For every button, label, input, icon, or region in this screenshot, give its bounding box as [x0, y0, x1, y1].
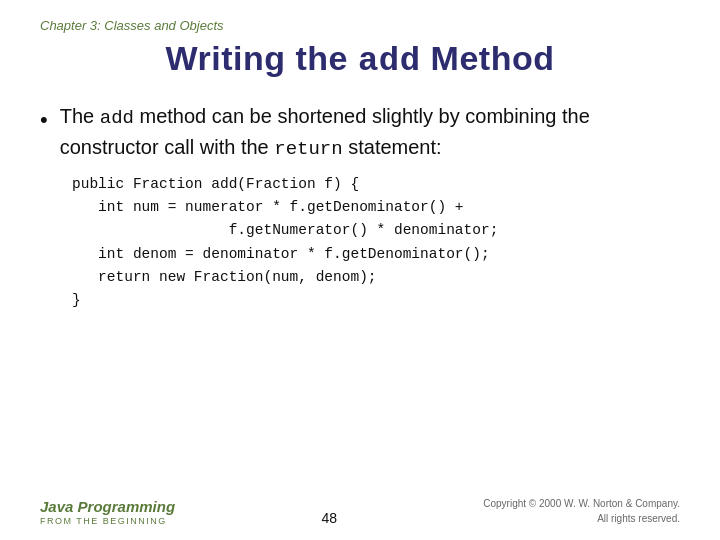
bullet-dot: •: [40, 104, 48, 136]
footer-brand: Java Programming FROM THE BEGINNING: [40, 498, 175, 526]
code-block: public Fraction add(Fraction f) { int nu…: [72, 173, 680, 312]
slide-title: Writing the add Method: [40, 39, 680, 80]
bullet-point: • The add method can be shortened slight…: [40, 102, 680, 163]
footer-copyright: Copyright © 2000 W. W. Norton & Company.…: [483, 496, 680, 526]
title-text-after: Method: [421, 39, 555, 77]
code-line-5: return new Fraction(num, denom);: [72, 266, 680, 289]
code-line-4: int denom = denominator * f.getDenominat…: [72, 243, 680, 266]
code-line-1: public Fraction add(Fraction f) {: [72, 173, 680, 196]
bullet-mono-2: return: [274, 138, 342, 160]
footer: Java Programming FROM THE BEGINNING 48 C…: [0, 496, 720, 526]
chapter-label: Chapter 3: Classes and Objects: [40, 18, 680, 33]
footer-brand-sub: FROM THE BEGINNING: [40, 516, 175, 526]
bullet-text-1: The: [60, 105, 100, 127]
footer-brand-title: Java Programming: [40, 498, 175, 515]
bullet-mono-1: add: [100, 107, 134, 129]
bullet-section: • The add method can be shortened slight…: [40, 102, 680, 312]
bullet-text-3: statement:: [343, 136, 442, 158]
code-line-6: }: [72, 289, 680, 312]
footer-page-number: 48: [321, 510, 337, 526]
code-line-3: f.getNumerator() * denominator;: [72, 219, 680, 242]
title-text-before: Writing the: [166, 39, 358, 77]
slide: Chapter 3: Classes and Objects Writing t…: [0, 0, 720, 540]
footer-copy-line1: Copyright © 2000 W. W. Norton & Company.: [483, 498, 680, 509]
bullet-text: The add method can be shortened slightly…: [60, 102, 680, 163]
code-line-2: int num = numerator * f.getDenominator()…: [72, 196, 680, 219]
footer-copy-line2: All rights reserved.: [597, 513, 680, 524]
title-mono: add: [358, 42, 421, 80]
